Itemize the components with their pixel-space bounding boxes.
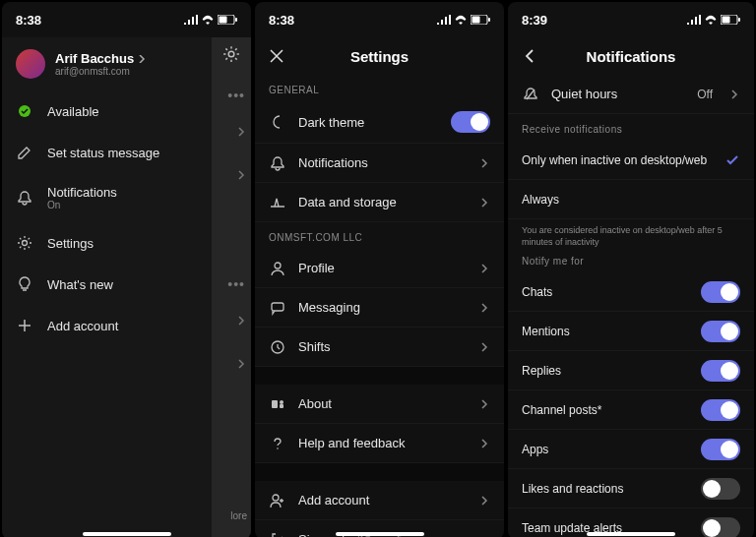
row-label: Help and feedback bbox=[298, 436, 467, 450]
page-title: Notifications bbox=[587, 48, 676, 65]
toggle-mentions[interactable] bbox=[701, 321, 740, 342]
screen-notifications: 8:39 Notifications Quiet hours Off Recei… bbox=[508, 2, 754, 537]
row-quiet-hours[interactable]: Quiet hours Off bbox=[508, 75, 754, 114]
row-dark-theme[interactable]: Dark theme bbox=[255, 101, 504, 144]
row-label: Likes and reactions bbox=[522, 482, 689, 496]
svg-rect-18 bbox=[723, 17, 730, 24]
toggle-likes[interactable] bbox=[701, 478, 740, 500]
home-indicator[interactable] bbox=[336, 532, 424, 536]
quiet-hours-icon bbox=[522, 86, 539, 103]
menu-add-account[interactable]: Add account bbox=[2, 305, 212, 346]
profile-email: arif@onmsft.com bbox=[55, 66, 146, 77]
svg-point-16 bbox=[273, 495, 279, 501]
close-icon bbox=[270, 49, 284, 63]
menu-label: Available bbox=[47, 104, 99, 119]
row-mentions: Mentions bbox=[508, 312, 754, 351]
svg-point-9 bbox=[275, 263, 281, 268]
row-likes: Likes and reactions bbox=[508, 469, 754, 508]
row-label: Quiet hours bbox=[551, 87, 685, 101]
question-icon bbox=[269, 435, 286, 452]
helper-text: You are considered inactive on desktop/w… bbox=[508, 219, 754, 254]
row-label: About bbox=[298, 396, 467, 411]
svg-rect-2 bbox=[235, 18, 237, 22]
menu-label: Set status message bbox=[47, 146, 159, 160]
svg-rect-10 bbox=[272, 303, 284, 311]
wifi-icon bbox=[704, 15, 718, 25]
close-button[interactable] bbox=[267, 46, 286, 66]
chevron-right-icon bbox=[478, 302, 490, 314]
row-replies: Replies bbox=[508, 351, 754, 390]
menu-available[interactable]: Available bbox=[2, 90, 212, 132]
menu-status-message[interactable]: Set status message bbox=[2, 132, 212, 173]
bell-icon bbox=[269, 154, 286, 172]
chevron-right-icon bbox=[478, 197, 490, 209]
edit-icon bbox=[16, 144, 33, 161]
chevron-right-icon bbox=[138, 55, 146, 63]
chevron-right-icon bbox=[237, 127, 245, 137]
bell-icon bbox=[16, 189, 33, 207]
svg-rect-19 bbox=[738, 18, 740, 22]
teams-icon bbox=[269, 395, 286, 413]
svg-rect-12 bbox=[272, 400, 278, 408]
row-notifications[interactable]: Notifications bbox=[255, 144, 504, 183]
home-indicator[interactable] bbox=[83, 532, 171, 536]
section-general: GENERAL bbox=[255, 75, 504, 101]
toggle-channel[interactable] bbox=[701, 399, 740, 421]
toggle-team-alerts[interactable] bbox=[701, 517, 740, 537]
row-label: Replies bbox=[522, 364, 689, 378]
menu-whats-new[interactable]: What's new bbox=[2, 264, 212, 305]
wifi-icon bbox=[454, 15, 468, 25]
chevron-right-icon bbox=[728, 89, 740, 100]
row-messaging[interactable]: Messaging bbox=[255, 288, 504, 328]
chevron-right-icon bbox=[237, 316, 245, 326]
row-channel: Channel posts* bbox=[508, 390, 754, 430]
chevron-right-icon bbox=[478, 263, 490, 274]
row-add-account[interactable]: Add account bbox=[255, 481, 504, 520]
row-about[interactable]: About bbox=[255, 385, 504, 424]
more-icon[interactable]: ••• bbox=[227, 276, 245, 292]
moon-icon bbox=[269, 113, 286, 131]
check-icon bbox=[724, 152, 740, 168]
row-label: Notifications bbox=[298, 155, 467, 170]
menu-label: Settings bbox=[47, 236, 94, 251]
menu-settings[interactable]: Settings bbox=[2, 222, 212, 264]
chevron-right-icon bbox=[478, 341, 490, 353]
home-indicator[interactable] bbox=[587, 532, 675, 536]
row-help[interactable]: Help and feedback bbox=[255, 424, 504, 463]
row-label: Shifts bbox=[298, 339, 467, 354]
row-shifts[interactable]: Shifts bbox=[255, 328, 504, 367]
clock: 8:38 bbox=[269, 13, 294, 28]
gear-icon[interactable] bbox=[222, 45, 240, 67]
option-inactive[interactable]: Only when inactive on desktop/web bbox=[508, 141, 754, 180]
toggle-chats[interactable] bbox=[701, 281, 740, 303]
option-always[interactable]: Always bbox=[508, 180, 754, 219]
svg-rect-1 bbox=[220, 17, 227, 24]
menu-notifications[interactable]: Notifications On bbox=[2, 173, 212, 222]
profile-header[interactable]: Arif Bacchus arif@onmsft.com bbox=[2, 37, 212, 90]
toggle-dark-theme[interactable] bbox=[451, 111, 490, 133]
avatar bbox=[16, 49, 45, 79]
data-icon bbox=[269, 194, 286, 211]
back-button[interactable] bbox=[520, 46, 539, 66]
menu-label: Add account bbox=[47, 319, 118, 333]
status-bar: 8:38 bbox=[2, 2, 251, 37]
more-icon[interactable]: ••• bbox=[227, 88, 245, 103]
screen-settings: 8:38 Settings GENERAL Dark theme Notific… bbox=[255, 2, 504, 537]
row-profile[interactable]: Profile bbox=[255, 249, 504, 288]
plus-icon bbox=[16, 317, 33, 334]
person-icon bbox=[269, 260, 286, 277]
chevron-right-icon bbox=[237, 359, 245, 369]
battery-icon bbox=[721, 15, 740, 25]
status-indicators bbox=[184, 15, 237, 25]
toggle-apps[interactable] bbox=[701, 439, 740, 460]
status-indicators bbox=[687, 15, 740, 25]
menu-label: Notifications bbox=[47, 185, 117, 200]
menu-label: What's new bbox=[47, 277, 113, 292]
person-add-icon bbox=[269, 492, 286, 509]
row-data-storage[interactable]: Data and storage bbox=[255, 183, 504, 222]
chevron-right-icon bbox=[478, 438, 490, 449]
toggle-replies[interactable] bbox=[701, 360, 740, 382]
row-label: Chats bbox=[522, 285, 689, 299]
signal-icon bbox=[687, 15, 701, 25]
section-org: ONMSFT.COM LLC bbox=[255, 222, 504, 249]
